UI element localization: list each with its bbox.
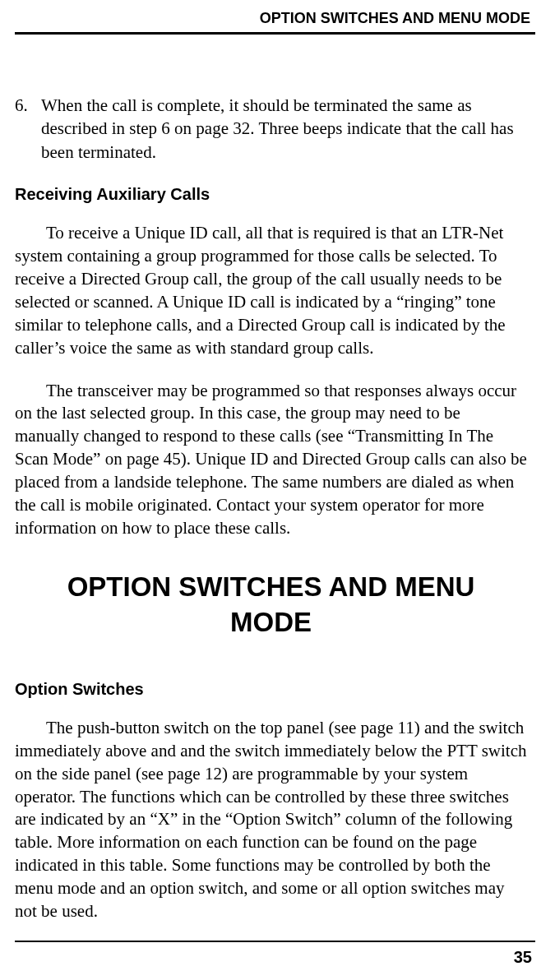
paragraph: The transceiver may be programmed so tha… bbox=[15, 380, 527, 540]
running-header: OPTION SWITCHES AND MENU MODE bbox=[15, 8, 535, 27]
paragraph: The push-button switch on the top panel … bbox=[15, 717, 527, 923]
page-number: 35 bbox=[514, 948, 532, 967]
content-area: 6. When the call is complete, it should … bbox=[15, 35, 535, 923]
section-title-option-switches-menu-mode: OPTION SWITCHES AND MENU MODE bbox=[15, 570, 527, 640]
paragraph: To receive a Unique ID call, all that is… bbox=[15, 222, 527, 360]
list-item-text: When the call is complete, it should be … bbox=[41, 94, 527, 164]
page-container: OPTION SWITCHES AND MENU MODE 6. When th… bbox=[0, 0, 555, 923]
footer-rule bbox=[15, 941, 535, 942]
ordered-list-item-6: 6. When the call is complete, it should … bbox=[15, 94, 527, 164]
subheading-receiving-aux-calls: Receiving Auxiliary Calls bbox=[15, 185, 527, 204]
list-marker: 6. bbox=[15, 94, 41, 164]
subheading-option-switches: Option Switches bbox=[15, 680, 527, 699]
